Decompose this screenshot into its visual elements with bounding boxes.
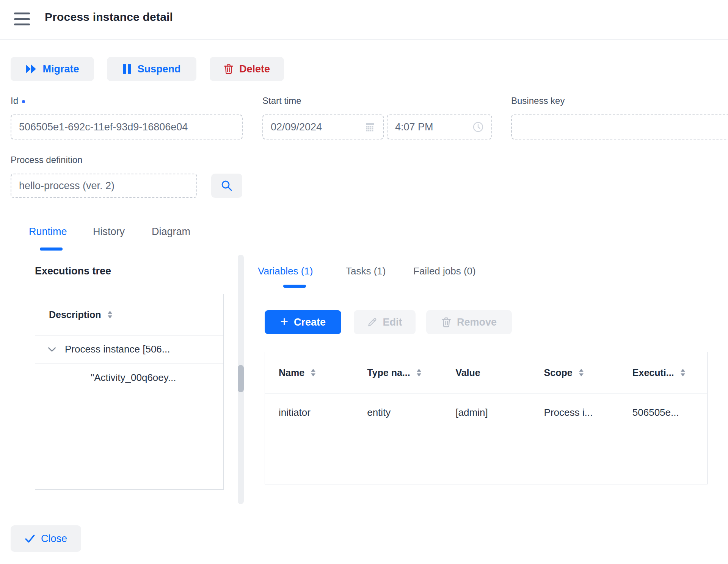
clock-icon[interactable] [472, 121, 484, 133]
start-date-value: 02/09/2024 [271, 121, 322, 133]
subtabs-divider [247, 287, 728, 287]
active-tab-indicator [40, 248, 63, 251]
tab-history[interactable]: History [93, 226, 125, 238]
active-subtab-indicator [283, 285, 306, 288]
sort-icon[interactable] [579, 369, 584, 376]
tree-row-process-instance[interactable]: Process instance [506... [35, 335, 223, 363]
tree-row-activity[interactable]: "Activity_00q6oey... [35, 363, 223, 392]
edit-variable-button[interactable]: Edit [354, 310, 416, 334]
sort-icon[interactable] [311, 369, 316, 376]
executions-tree-header[interactable]: Description [35, 294, 223, 335]
column-name[interactable]: Name [265, 352, 353, 393]
column-scope[interactable]: Scope [530, 352, 619, 393]
process-definition-value: hello-process (ver. 2) [19, 180, 115, 192]
calendar-icon[interactable] [365, 122, 375, 132]
sort-icon[interactable] [107, 311, 113, 318]
tabs-divider [9, 250, 728, 250]
cell-type-name: entity [353, 393, 442, 431]
checkmark-icon [25, 534, 35, 544]
cell-name: initiator [265, 393, 353, 431]
business-key-input[interactable] [511, 114, 728, 139]
page-title: Process instance detail [45, 11, 173, 24]
required-dot [22, 100, 25, 103]
remove-variable-button[interactable]: Remove [426, 310, 512, 334]
pencil-icon [367, 317, 377, 327]
app-header: Process instance detail [0, 0, 728, 40]
business-key-label: Business key [511, 96, 565, 106]
migrate-button[interactable]: Migrate [11, 57, 94, 81]
edit-label: Edit [383, 316, 402, 328]
variables-table-header: Name Type na... Value Scope Executi... [265, 352, 707, 393]
tree-row-label: "Activity_00q6oey... [91, 372, 176, 384]
id-input[interactable]: 506505e1-692c-11ef-93d9-16806e04 [11, 114, 243, 139]
search-icon [221, 180, 233, 192]
chevron-down-icon[interactable] [47, 344, 57, 355]
close-button[interactable]: Close [11, 525, 81, 552]
create-variable-button[interactable]: + Create [265, 310, 341, 334]
sort-icon[interactable] [680, 369, 686, 376]
trash-icon [441, 317, 451, 327]
variables-table: Name Type na... Value Scope Executi... i… [265, 352, 708, 484]
create-label: Create [294, 316, 326, 328]
process-instance-detail-page: Process instance detail Migrate Suspend … [0, 0, 728, 564]
column-execution[interactable]: Executi... [619, 352, 707, 393]
start-time-input[interactable]: 4:07 PM [387, 114, 492, 139]
menu-icon[interactable] [14, 13, 30, 25]
delete-button[interactable]: Delete [210, 57, 284, 81]
table-row[interactable]: initiator entity [admin] Process i... 50… [265, 393, 707, 431]
start-time-label: Start time [262, 96, 301, 106]
id-label: Id [11, 96, 25, 106]
tab-variables[interactable]: Variables (1) [258, 265, 313, 277]
pause-icon [122, 64, 132, 74]
column-value[interactable]: Value [442, 352, 530, 393]
cell-execution: 506505e... [619, 393, 707, 431]
tree-row-label: Process instance [506... [65, 343, 170, 355]
remove-label: Remove [457, 316, 497, 328]
executions-tree-heading: Executions tree [35, 265, 111, 277]
tab-tasks[interactable]: Tasks (1) [346, 265, 386, 277]
suspend-label: Suspend [137, 63, 180, 75]
cell-scope: Process i... [530, 393, 619, 431]
column-type-name[interactable]: Type na... [353, 352, 442, 393]
tab-runtime[interactable]: Runtime [29, 226, 67, 238]
suspend-button[interactable]: Suspend [107, 57, 196, 81]
tab-failed-jobs[interactable]: Failed jobs (0) [413, 265, 476, 277]
executions-tree-table: Description Process instance [506... "Ac… [35, 294, 224, 490]
trash-icon [224, 64, 234, 74]
sort-icon[interactable] [416, 369, 422, 376]
id-value: 506505e1-692c-11ef-93d9-16806e04 [19, 121, 188, 133]
delete-label: Delete [239, 63, 270, 75]
close-label: Close [41, 533, 67, 545]
tab-diagram[interactable]: Diagram [152, 226, 190, 238]
process-definition-label: Process definition [11, 155, 82, 165]
description-column-label: Description [49, 309, 101, 320]
process-definition-input[interactable]: hello-process (ver. 2) [11, 174, 197, 198]
process-definition-search-button[interactable] [211, 174, 242, 198]
scrollbar-thumb[interactable] [238, 365, 244, 392]
vertical-scrollbar[interactable] [238, 255, 244, 504]
cell-value: [admin] [442, 393, 530, 431]
fast-forward-icon [25, 64, 37, 74]
start-date-input[interactable]: 02/09/2024 [262, 114, 384, 139]
start-time-value: 4:07 PM [395, 121, 433, 133]
migrate-label: Migrate [42, 63, 79, 75]
